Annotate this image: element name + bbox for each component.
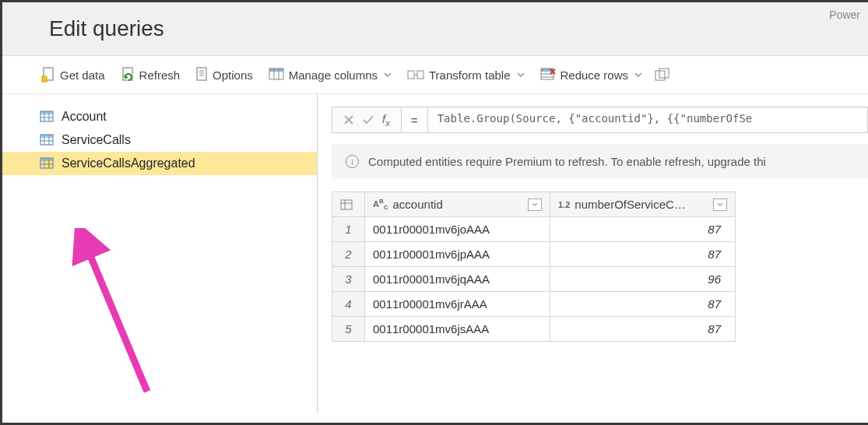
column-type-number-icon: 1.2 bbox=[558, 200, 570, 209]
content-pane: fx = Table.Group(Source, {"accountid"}, … bbox=[318, 94, 868, 413]
table-row[interactable]: 40011r00001mv6jrAAA87 bbox=[332, 292, 736, 317]
columns-icon bbox=[269, 68, 284, 82]
svg-rect-33 bbox=[40, 158, 53, 161]
chevron-down-icon bbox=[634, 72, 642, 77]
info-icon: i bbox=[346, 155, 359, 168]
svg-rect-21 bbox=[659, 68, 669, 78]
column-header-numberofservicec[interactable]: 1.2 numberOfServiceC… bbox=[550, 192, 736, 217]
query-name: Account bbox=[61, 110, 107, 124]
manage-columns-button[interactable]: Manage columns bbox=[262, 65, 398, 85]
premium-banner: i Computed entities require Premium to r… bbox=[332, 144, 868, 179]
formula-bar: fx = Table.Group(Source, {"accountid"}, … bbox=[332, 107, 868, 133]
table-icon bbox=[40, 111, 54, 123]
svg-rect-28 bbox=[40, 135, 53, 138]
cell-accountid[interactable]: 0011r00001mv6jpAAA bbox=[365, 242, 550, 267]
svg-rect-1 bbox=[42, 76, 47, 82]
table-row[interactable]: 20011r00001mv6jpAAA87 bbox=[332, 242, 736, 267]
transform-table-button[interactable]: Transform table bbox=[401, 65, 530, 85]
table-row[interactable]: 50011r00001mv6jsAAA87 bbox=[332, 317, 736, 342]
formula-text[interactable]: Table.Group(Source, {"accountid"}, {{"nu… bbox=[428, 107, 868, 133]
toolbar: Get data Refresh Options Manage columns … bbox=[2, 56, 868, 94]
options-label: Options bbox=[213, 68, 253, 82]
row-number-header[interactable] bbox=[332, 192, 365, 217]
row-number: 5 bbox=[332, 317, 365, 342]
get-data-icon bbox=[41, 67, 55, 83]
column-name: accountid bbox=[393, 198, 443, 211]
formula-bar-buttons: fx bbox=[332, 107, 402, 133]
reduce-rows-icon bbox=[540, 68, 556, 82]
table-icon bbox=[40, 134, 54, 146]
query-item[interactable]: ServiceCalls bbox=[2, 128, 317, 152]
svg-rect-20 bbox=[655, 71, 665, 80]
refresh-label: Refresh bbox=[139, 68, 181, 82]
cell-value[interactable]: 87 bbox=[550, 242, 736, 267]
main: AccountServiceCallsServiceCallsAggregate… bbox=[2, 94, 868, 413]
get-data-label: Get data bbox=[60, 68, 105, 82]
svg-rect-8 bbox=[269, 68, 283, 72]
refresh-icon bbox=[121, 67, 135, 83]
query-name: ServiceCallsAggregated bbox=[61, 156, 195, 170]
filter-dropdown-icon[interactable] bbox=[713, 198, 727, 211]
more-button[interactable] bbox=[652, 65, 678, 85]
cell-value[interactable]: 87 bbox=[550, 217, 736, 242]
manage-columns-label: Manage columns bbox=[289, 68, 378, 82]
row-number: 3 bbox=[332, 267, 365, 292]
banner-text: Computed entities require Premium to ref… bbox=[368, 155, 766, 168]
transform-icon bbox=[407, 68, 424, 81]
page-title: Edit queries bbox=[49, 16, 868, 41]
cell-accountid[interactable]: 0011r00001mv6jqAAA bbox=[365, 267, 550, 292]
svg-rect-12 bbox=[417, 71, 423, 79]
table-icon bbox=[40, 157, 54, 170]
column-type-text-icon: ABC bbox=[373, 198, 388, 211]
query-item[interactable]: ServiceCallsAggregated bbox=[2, 152, 317, 175]
cell-accountid[interactable]: 0011r00001mv6jrAAA bbox=[365, 292, 550, 317]
refresh-button[interactable]: Refresh bbox=[114, 64, 187, 86]
column-header-accountid[interactable]: ABC accountid bbox=[365, 192, 550, 217]
cell-value[interactable]: 96 bbox=[550, 267, 736, 292]
svg-rect-23 bbox=[40, 111, 53, 114]
svg-rect-11 bbox=[408, 71, 414, 79]
fx-icon[interactable]: fx bbox=[382, 112, 390, 128]
formula-eq: = bbox=[402, 107, 428, 133]
row-number: 2 bbox=[332, 242, 365, 267]
chevron-down-icon bbox=[517, 72, 525, 77]
table-row[interactable]: 10011r00001mv6joAAA87 bbox=[332, 217, 736, 242]
combine-icon bbox=[655, 68, 672, 82]
query-name: ServiceCalls bbox=[61, 133, 131, 147]
cell-accountid[interactable]: 0011r00001mv6jsAAA bbox=[365, 317, 550, 342]
cancel-icon[interactable] bbox=[343, 114, 354, 125]
query-item[interactable]: Account bbox=[2, 105, 317, 128]
svg-rect-3 bbox=[197, 68, 206, 80]
row-number: 1 bbox=[332, 217, 365, 242]
column-name: numberOfServiceC… bbox=[575, 198, 686, 211]
row-number: 4 bbox=[332, 292, 365, 317]
commit-icon[interactable] bbox=[362, 114, 374, 125]
transform-table-label: Transform table bbox=[429, 68, 510, 82]
filter-dropdown-icon[interactable] bbox=[528, 198, 542, 211]
header: Edit queries bbox=[2, 2, 868, 56]
reduce-rows-button[interactable]: Reduce rows bbox=[534, 65, 649, 85]
reduce-rows-label: Reduce rows bbox=[561, 68, 629, 82]
cell-value[interactable]: 87 bbox=[550, 317, 736, 342]
data-table: ABC accountid 1.2 numberOfServiceC… bbox=[332, 191, 736, 342]
brand-label: Power bbox=[829, 9, 860, 21]
chevron-down-icon bbox=[384, 72, 392, 77]
table-icon bbox=[340, 199, 353, 210]
cell-accountid[interactable]: 0011r00001mv6joAAA bbox=[365, 217, 550, 242]
queries-sidebar: AccountServiceCallsServiceCallsAggregate… bbox=[2, 94, 318, 413]
get-data-button[interactable]: Get data bbox=[35, 64, 111, 86]
table-row[interactable]: 30011r00001mv6jqAAA96 bbox=[332, 267, 736, 292]
cell-value[interactable]: 87 bbox=[550, 292, 736, 317]
svg-rect-37 bbox=[341, 200, 352, 209]
options-icon bbox=[195, 67, 208, 83]
options-button[interactable]: Options bbox=[189, 64, 259, 86]
